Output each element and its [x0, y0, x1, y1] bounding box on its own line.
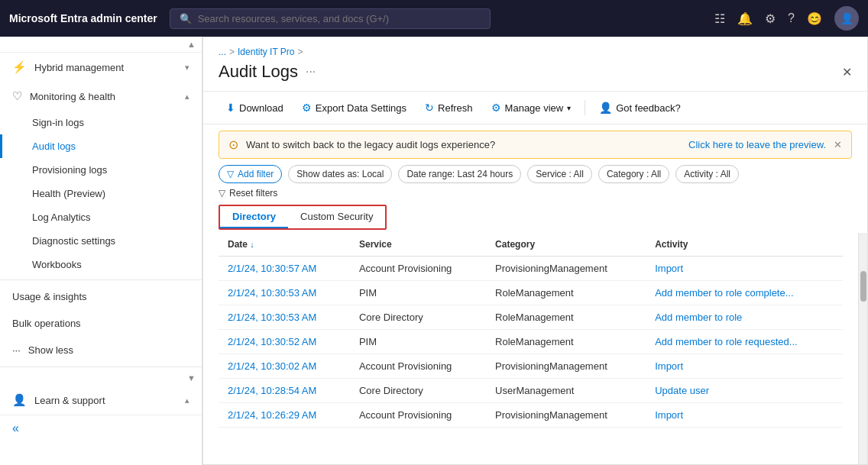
col-activity: Activity — [646, 233, 843, 257]
cell-date-5[interactable]: 2/1/24, 10:28:54 AM — [219, 379, 350, 403]
sidebar-item-diagnostic-settings[interactable]: Diagnostic settings — [0, 229, 202, 253]
sidebar-item-audit-logs[interactable]: Audit logs — [0, 134, 202, 158]
tab-directory[interactable]: Directory — [220, 206, 288, 228]
table-row: 2/1/24, 10:30:52 AM PIM RoleManagement A… — [219, 330, 843, 354]
toolbar-separator — [585, 100, 585, 115]
collapse-sidebar-icon[interactable]: « — [12, 421, 19, 435]
cell-activity-6[interactable]: Import — [646, 403, 843, 428]
cell-activity-1[interactable]: Add member to role complete... — [646, 281, 843, 305]
cell-activity-0[interactable]: Import — [646, 257, 843, 281]
close-icon[interactable]: ✕ — [842, 65, 852, 79]
col-category: Category — [486, 233, 646, 257]
cell-category-3: RoleManagement — [486, 330, 646, 354]
cell-activity-5[interactable]: Update user — [646, 379, 843, 403]
filters-area: ▽ Add filter Show dates as: Local Date r… — [203, 165, 867, 205]
export-data-settings-button[interactable]: ⚙ Export Data Settings — [294, 98, 414, 118]
portal-icon[interactable]: ☷ — [714, 11, 725, 26]
scroll-down-arrow[interactable]: ▼ — [187, 373, 196, 383]
table-row: 2/1/24, 10:30:53 AM Core Directory RoleM… — [219, 305, 843, 330]
cell-category-5: UserManagement — [486, 379, 646, 403]
cell-category-6: ProvisioningManagement — [486, 403, 646, 428]
sidebar-item-health-preview[interactable]: Health (Preview) — [0, 182, 202, 205]
show-dates-chip[interactable]: Show dates as: Local — [288, 165, 392, 183]
table-row: 2/1/24, 10:30:02 AM Account Provisioning… — [219, 354, 843, 379]
sidebar-item-learn-support[interactable]: 👤 Learn & support ▴ — [0, 386, 202, 415]
cell-activity-3[interactable]: Add member to role requested... — [646, 330, 843, 354]
activity-chip[interactable]: Activity : All — [675, 165, 739, 183]
user-avatar[interactable]: 👤 — [834, 6, 859, 31]
sidebar-item-hybrid-management[interactable]: ⚡ Hybrid management ▾ — [0, 53, 202, 82]
sidebar-item-show-less[interactable]: ··· Show less — [0, 337, 202, 363]
cell-date-1[interactable]: 2/1/24, 10:30:53 AM — [219, 281, 350, 305]
chevron-down-icon: ▾ — [185, 63, 189, 73]
cell-category-4: ProvisioningManagement — [486, 354, 646, 379]
category-chip[interactable]: Category : All — [598, 165, 669, 183]
cell-service-2: Core Directory — [350, 305, 486, 330]
reset-icon: ▽ — [219, 188, 225, 199]
ellipsis-icon: ··· — [12, 344, 21, 356]
cell-date-4[interactable]: 2/1/24, 10:30:02 AM — [219, 354, 350, 379]
feedback-icon[interactable]: 😊 — [807, 11, 822, 26]
scroll-up-arrow[interactable]: ▲ — [187, 40, 196, 49]
sidebar-item-provisioning-logs[interactable]: Provisioning logs — [0, 158, 202, 182]
sidebar-item-workbooks[interactable]: Workbooks — [0, 253, 202, 276]
search-bar[interactable]: 🔍 — [170, 8, 491, 29]
top-navigation: Microsoft Entra admin center 🔍 ☷ 🔔 ⚙ ? 😊… — [0, 0, 868, 37]
table-header-row: Date ↓ Service Category Activity — [219, 233, 843, 257]
got-feedback-button[interactable]: 👤 Got feedback? — [591, 98, 688, 118]
sort-icon: ↓ — [250, 240, 254, 249]
settings-icon[interactable]: ⚙ — [765, 11, 776, 26]
table-row: 2/1/24, 10:28:54 AM Core Directory UserM… — [219, 379, 843, 403]
service-chip[interactable]: Service : All — [527, 165, 592, 183]
audit-logs-panel: ... > Identity IT Pro > Audit Logs ··· ✕… — [202, 37, 868, 465]
manage-view-button[interactable]: ⚙ Manage view ▾ — [484, 98, 579, 118]
panel-more-button[interactable]: ··· — [306, 65, 316, 79]
cell-category-1: RoleManagement — [486, 281, 646, 305]
table-area: Date ↓ Service Category Activity 2/1/24,… — [203, 233, 867, 464]
add-filter-chip[interactable]: ▽ Add filter — [219, 165, 282, 183]
sidebar-item-sign-in-logs[interactable]: Sign-in logs — [0, 111, 202, 134]
bulk-operations-label: Bulk operations — [12, 318, 81, 329]
cell-category-0: ProvisioningManagement — [486, 257, 646, 281]
breadcrumb-more[interactable]: ... — [219, 47, 226, 57]
notification-text: Want to switch back to the legacy audit … — [246, 139, 681, 150]
cell-service-3: PIM — [350, 330, 486, 354]
search-input[interactable] — [198, 13, 481, 24]
tab-custom-security[interactable]: Custom Security — [288, 206, 385, 228]
cell-date-3[interactable]: 2/1/24, 10:30:52 AM — [219, 330, 350, 354]
refresh-icon: ↻ — [425, 102, 434, 114]
col-service: Service — [350, 233, 486, 257]
table-scrollbar[interactable] — [858, 233, 867, 464]
hybrid-icon: ⚡ — [12, 60, 27, 74]
sign-in-logs-label: Sign-in logs — [32, 117, 84, 128]
export-icon: ⚙ — [302, 102, 312, 114]
manage-view-icon: ⚙ — [491, 102, 501, 114]
table-wrapper[interactable]: Date ↓ Service Category Activity 2/1/24,… — [203, 233, 858, 464]
table-row: 2/1/24, 10:26:29 AM Account Provisioning… — [219, 403, 843, 428]
notification-link[interactable]: Click here to leave the preview. — [688, 139, 826, 150]
date-range-chip[interactable]: Date range: Last 24 hours — [398, 165, 521, 183]
sidebar-item-log-analytics[interactable]: Log Analytics — [0, 205, 202, 229]
notification-close-icon[interactable]: ✕ — [834, 139, 842, 150]
cell-activity-2[interactable]: Add member to role — [646, 305, 843, 330]
cell-date-0[interactable]: 2/1/24, 10:30:57 AM — [219, 257, 350, 281]
sidebar-item-monitoring-health[interactable]: ♡ Monitoring & health ▴ — [0, 82, 202, 111]
sidebar-item-bulk-operations[interactable]: Bulk operations — [0, 310, 202, 337]
download-button[interactable]: ⬇ Download — [219, 98, 291, 118]
monitoring-icon: ♡ — [12, 89, 22, 103]
sidebar-item-usage-insights[interactable]: Usage & insights — [0, 283, 202, 310]
cell-activity-4[interactable]: Import — [646, 354, 843, 379]
health-preview-label: Health (Preview) — [32, 188, 105, 199]
help-icon[interactable]: ? — [788, 11, 795, 25]
warning-icon: ⊙ — [228, 137, 238, 152]
main-content: ... > Identity IT Pro > Audit Logs ··· ✕… — [202, 37, 868, 465]
breadcrumb-link[interactable]: Identity IT Pro — [238, 47, 294, 57]
notification-icon[interactable]: 🔔 — [737, 11, 753, 26]
cell-date-6[interactable]: 2/1/24, 10:26:29 AM — [219, 403, 350, 428]
diagnostic-settings-label: Diagnostic settings — [32, 235, 115, 247]
workbooks-label: Workbooks — [32, 259, 82, 270]
reset-filters-button[interactable]: ▽ Reset filters — [219, 188, 852, 199]
refresh-button[interactable]: ↻ Refresh — [417, 98, 481, 118]
scroll-thumb — [860, 271, 866, 302]
cell-date-2[interactable]: 2/1/24, 10:30:53 AM — [219, 305, 350, 330]
